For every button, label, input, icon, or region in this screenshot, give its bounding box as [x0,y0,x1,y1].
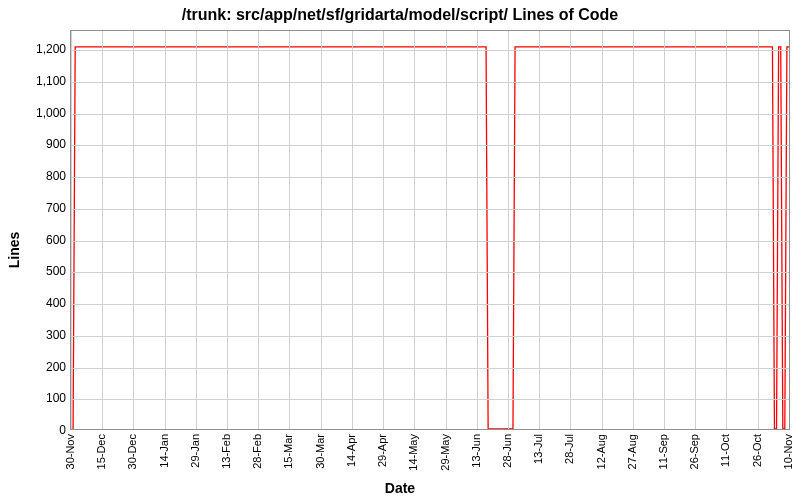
grid-h [71,399,789,400]
grid-h [71,368,789,369]
grid-v [539,31,540,429]
x-tick-label: 28-Jun [501,434,513,468]
x-tick-label: 14-Apr [345,434,357,467]
grid-v [414,31,415,429]
grid-v [758,31,759,429]
grid-v [196,31,197,429]
grid-h [71,241,789,242]
loc-chart: /trunk: src/app/net/sf/gridarta/model/sc… [0,0,800,500]
grid-v [133,31,134,429]
grid-v [321,31,322,429]
y-tick-label: 1,000 [16,106,66,120]
x-tick-label: 28-Jul [563,434,575,464]
grid-h [71,336,789,337]
grid-v [165,31,166,429]
x-tick-label: 30-Mar [314,434,326,469]
x-tick-label: 29-Jan [189,434,201,468]
x-tick-label: 26-Oct [751,434,763,467]
grid-v [726,31,727,429]
plot-area [70,30,790,430]
y-tick-label: 800 [16,169,66,183]
x-axis-label: Date [0,480,800,496]
grid-h [71,272,789,273]
x-tick-label: 15-Mar [282,434,294,469]
grid-h [71,82,789,83]
x-tick-label: 29-Apr [376,434,388,467]
grid-v [352,31,353,429]
x-tick-label: 29-May [439,434,451,471]
x-tick-label: 10-Nov [782,434,794,469]
x-tick-label: 30-Nov [64,434,76,469]
y-tick-label: 600 [16,233,66,247]
grid-v [570,31,571,429]
x-tick-label: 13-Jul [532,434,544,464]
y-tick-label: 300 [16,328,66,342]
x-tick-label: 26-Sep [688,434,700,469]
x-tick-label: 28-Feb [251,434,263,469]
grid-v [383,31,384,429]
x-tick-label: 13-Feb [220,434,232,469]
y-tick-label: 700 [16,201,66,215]
y-tick-label: 200 [16,360,66,374]
y-tick-label: 900 [16,137,66,151]
grid-v [477,31,478,429]
series-line [71,31,789,429]
y-tick-label: 400 [16,296,66,310]
y-tick-label: 0 [16,423,66,437]
grid-h [71,304,789,305]
x-tick-label: 27-Aug [626,434,638,469]
grid-v [71,31,72,429]
x-tick-label: 11-Oct [719,434,731,467]
grid-v [602,31,603,429]
grid-h [71,177,789,178]
x-tick-label: 11-Sep [657,434,669,469]
chart-title: /trunk: src/app/net/sf/gridarta/model/sc… [0,6,800,24]
grid-h [71,50,789,51]
grid-h [71,114,789,115]
grid-v [664,31,665,429]
x-tick-label: 14-May [407,434,419,471]
y-tick-label: 1,100 [16,74,66,88]
y-tick-label: 100 [16,391,66,405]
grid-h [71,209,789,210]
x-tick-label: 14-Jan [158,434,170,468]
grid-v [633,31,634,429]
x-tick-label: 12-Aug [595,434,607,469]
grid-v [227,31,228,429]
y-tick-label: 500 [16,264,66,278]
series-polyline [73,47,789,429]
y-tick-label: 1,200 [16,42,66,56]
grid-v [289,31,290,429]
grid-v [446,31,447,429]
x-tick-label: 30-Dec [126,434,138,469]
grid-v [789,31,790,429]
grid-v [695,31,696,429]
x-tick-label: 15-Dec [95,434,107,469]
grid-h [71,145,789,146]
grid-v [102,31,103,429]
grid-v [258,31,259,429]
grid-v [508,31,509,429]
x-tick-label: 13-Jun [470,434,482,468]
